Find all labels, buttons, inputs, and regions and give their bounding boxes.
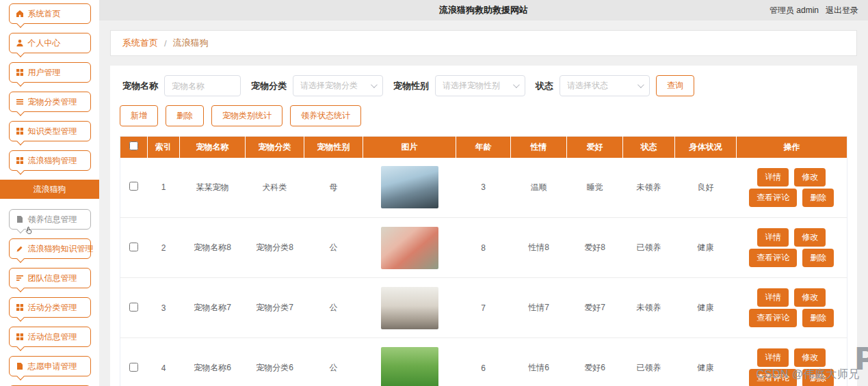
view-comments-button[interactable]: 查看评论 (749, 249, 797, 267)
cell-index: 1 (148, 158, 180, 218)
sidebar-item-activity-info[interactable]: 活动信息管理 (9, 327, 91, 347)
delete-button[interactable]: 删除 (802, 309, 834, 327)
cell-image (363, 338, 456, 386)
cell-hobby: 爱好7 (567, 278, 623, 338)
edit-button[interactable]: 修改 (794, 228, 826, 247)
sidebar-item-profile[interactable]: 个人中心 (9, 33, 91, 53)
edit-button[interactable]: 修改 (794, 348, 826, 367)
checkbox-cell (120, 338, 148, 386)
cell-status: 已领养 (623, 338, 675, 386)
cell-pet-category: 犬科类 (246, 158, 304, 218)
edit-button[interactable]: 修改 (794, 288, 826, 307)
toolbar: 新增 删除 宠物类别统计 领养状态统计 (120, 105, 847, 126)
sidebar-item-pet-category[interactable]: 宠物分类管理 (9, 92, 91, 112)
filter-bar: 宠物名称 宠物分类 请选择宠物分类 宠物性别 请选择宠物性别 状态 请选择状态 (120, 75, 847, 96)
pet-gender-select[interactable]: 请选择宠物性别 (435, 75, 525, 96)
col-health: 身体状况 (675, 137, 737, 158)
chevron-down-icon (637, 81, 644, 88)
sidebar-item-home[interactable]: 系统首页 (9, 3, 91, 24)
status-label: 状态 (536, 80, 553, 92)
sidebar-item-knowledge-type[interactable]: 知识类型管理 (9, 121, 91, 141)
sidebar-item-label: 团队信息管理 (28, 273, 77, 284)
sidebar-item-activity-category[interactable]: 活动分类管理 (9, 297, 91, 318)
sidebar-item-stray-manage[interactable]: 流浪猫狗管理 (9, 150, 91, 171)
pet-photo (381, 227, 438, 269)
cell-operations: 详情 修改 查看评论 删除 (737, 158, 847, 218)
sidebar-item-label: 系统首页 (28, 8, 61, 20)
breadcrumb: 系统首页 / 流浪猫狗 (110, 30, 857, 56)
logout-link[interactable]: 退出登录 (826, 5, 858, 16)
view-comments-button[interactable]: 查看评论 (749, 189, 797, 207)
sidebar-item-label: 个人中心 (28, 38, 61, 49)
pet-name-label: 宠物名称 (122, 80, 158, 92)
view-comments-button[interactable]: 查看评论 (749, 309, 797, 327)
cell-pet-gender: 公 (304, 338, 363, 386)
edit-button[interactable]: 修改 (794, 168, 826, 187)
add-button[interactable]: 新增 (120, 105, 158, 126)
col-temperament: 性情 (511, 137, 567, 158)
cell-pet-name: 宠物名称8 (180, 218, 246, 278)
delete-button[interactable]: 删除 (802, 189, 834, 207)
sidebar-item-label: 知识类型管理 (28, 126, 77, 137)
detail-button[interactable]: 详情 (757, 348, 789, 367)
sidebar-item-volunteer-apply[interactable]: 志愿申请管理 (9, 356, 91, 376)
watermark: CSDN @伟庭大师兄 (756, 368, 860, 382)
cell-pet-gender: 公 (304, 278, 363, 338)
col-pet-category: 宠物分类 (246, 137, 304, 158)
checkbox-cell (120, 218, 148, 278)
sidebar-item-label: 领养信息管理 (28, 214, 77, 225)
top-header: 流浪猫狗救助救援网站 管理员 admin 退出登录 (99, 0, 868, 20)
doc-icon (16, 362, 24, 370)
category-stats-button[interactable]: 宠物类别统计 (211, 105, 282, 126)
grid-icon (16, 303, 24, 312)
sidebar-item-team-info[interactable]: 团队信息管理 (9, 268, 91, 288)
grid-icon (16, 127, 24, 135)
cell-pet-name: 某某宠物 (180, 158, 246, 218)
status-select[interactable]: 请选择状态 (560, 75, 650, 96)
delete-button[interactable]: 删除 (802, 249, 834, 267)
pet-category-select[interactable]: 请选择宠物分类 (293, 75, 383, 96)
doc-icon (16, 215, 24, 223)
pet-name-input[interactable] (164, 75, 241, 96)
batch-delete-button[interactable]: 删除 (166, 105, 204, 126)
detail-button[interactable]: 详情 (757, 168, 789, 187)
cell-image (363, 218, 456, 278)
cell-index: 3 (148, 278, 180, 338)
select-all-checkbox[interactable] (129, 141, 138, 150)
cell-age: 8 (456, 218, 511, 278)
adoption-stats-button[interactable]: 领养状态统计 (290, 105, 361, 126)
row-checkbox[interactable] (129, 303, 138, 312)
chevron-down-icon (371, 81, 378, 88)
sidebar-item-label: 流浪猫狗 (34, 184, 66, 195)
detail-button[interactable]: 详情 (757, 288, 789, 307)
row-checkbox[interactable] (129, 243, 138, 251)
sidebar: 系统首页 个人中心 用户管理 宠物分类管理 知识类型管理 流浪猫狗管理 流浪猫狗 (0, 0, 99, 386)
pet-gender-label: 宠物性别 (393, 80, 429, 92)
row-checkbox[interactable] (129, 363, 138, 372)
cell-age: 6 (456, 338, 511, 386)
table-row: 4 宠物名称6 宠物分类6 公 6 性情6 爱好6 已领养 健康 详情 (120, 338, 847, 386)
sidebar-item-adoption-info[interactable]: 领养信息管理 (9, 209, 91, 230)
cell-status: 未领养 (623, 158, 675, 218)
user-icon (16, 39, 24, 47)
checkbox-cell (120, 278, 148, 338)
detail-button[interactable]: 详情 (757, 228, 789, 247)
grid-icon (16, 156, 24, 165)
cell-index: 2 (148, 218, 180, 278)
checkbox-cell (120, 158, 148, 218)
row-checkbox[interactable] (129, 182, 138, 191)
pet-photo (381, 347, 438, 386)
breadcrumb-home[interactable]: 系统首页 (122, 37, 158, 49)
sidebar-item-stray-pets-active[interactable]: 流浪猫狗 (0, 180, 99, 199)
sidebar-item-users[interactable]: 用户管理 (9, 62, 91, 83)
sidebar-item-stray-knowledge[interactable]: 流浪猫狗知识管理 (9, 238, 91, 259)
cell-health: 良好 (675, 158, 737, 218)
search-button[interactable]: 查询 (656, 75, 694, 96)
chevron-down-icon (513, 81, 520, 88)
grid-icon (16, 333, 24, 341)
cell-operations: 详情 修改 查看评论 删除 (737, 218, 847, 278)
table-row: 2 宠物名称8 宠物分类8 公 8 性情8 爱好8 已领养 健康 详情 (120, 218, 847, 278)
cell-temperament: 性情6 (511, 338, 567, 386)
edit-icon (16, 245, 24, 253)
current-user: 管理员 admin (770, 5, 819, 16)
